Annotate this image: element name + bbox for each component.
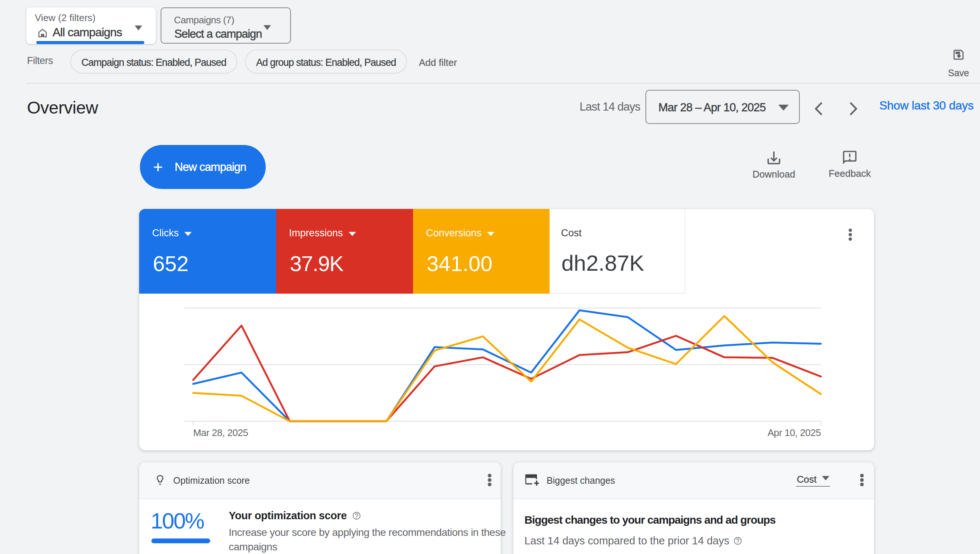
new-campaign-button[interactable]: New campaign: [140, 145, 266, 189]
biggest-changes-metric-value: Cost: [797, 474, 816, 485]
optimization-score-value: 100%: [151, 508, 204, 534]
date-range-value: Mar 28 – Apr 10, 2025: [658, 101, 766, 114]
feedback-button[interactable]: Feedback: [820, 150, 879, 179]
plus-icon: [151, 160, 165, 174]
filter-chip-ad-group-status[interactable]: Ad group status: Enabled, Paused: [245, 49, 407, 73]
view-selector-value: All campaigns: [53, 25, 122, 39]
chevron-down-icon: [184, 232, 192, 236]
metric-tile-clicks-label: Clicks: [152, 228, 179, 239]
download-button-label: Download: [744, 169, 803, 180]
metric-tile-cost[interactable]: Cost dh2.87K: [550, 209, 685, 294]
divider: [26, 83, 980, 84]
biggest-changes-metric-select[interactable]: Cost: [796, 474, 830, 487]
chart-card-menu-button[interactable]: [848, 229, 852, 242]
metric-tile-cost-label: Cost: [561, 228, 582, 239]
metric-tile-cost-value: dh2.87K: [562, 250, 644, 276]
chevron-down-icon: [135, 25, 142, 30]
metric-tile-clicks[interactable]: Clicks 652: [139, 209, 276, 294]
biggest-changes-subtitle: Last 14 days compared to the prior 14 da…: [524, 535, 729, 547]
x-axis-end-label: Apr 10, 2025: [673, 427, 821, 439]
biggest-changes-subtitle-row: Last 14 days compared to the prior 14 da…: [524, 535, 742, 547]
metric-tile-conversions-label: Conversions: [426, 228, 482, 239]
metric-tile-label-row: Clicks: [152, 228, 192, 239]
optimization-score-card: Optimization score 100% Your optimizatio…: [139, 462, 501, 554]
save-icon: [943, 48, 974, 61]
page-title: Overview: [27, 97, 98, 118]
chevron-down-icon: [778, 105, 788, 111]
biggest-changes-card: Biggest changes Cost Biggest changes to …: [513, 462, 874, 554]
metric-tile-conversions-value: 341.00: [427, 251, 492, 276]
optimization-card-header: Optimization score: [173, 475, 250, 486]
chevron-down-icon: [487, 232, 495, 236]
download-button[interactable]: Download: [744, 150, 803, 180]
biggest-changes-header-bar: Biggest changes Cost: [513, 462, 874, 499]
metric-tile-conversions[interactable]: Conversions 341.00: [413, 209, 550, 294]
filter-chip-campaign-status[interactable]: Campaign status: Enabled, Paused: [70, 49, 237, 73]
download-icon: [744, 150, 803, 166]
metric-tile-label-row: Conversions: [426, 228, 495, 239]
metric-tile-label-row: Impressions: [289, 228, 356, 239]
view-selector[interactable]: View (2 filters) All campaigns: [26, 7, 156, 44]
optimization-card-menu-button[interactable]: [488, 474, 492, 487]
view-selector-label: View (2 filters): [35, 12, 96, 24]
next-period-button[interactable]: [844, 99, 863, 119]
optimization-score-progress-bar: [152, 538, 210, 543]
optimization-score-title: Your optimization score: [229, 509, 347, 522]
selected-view-indicator: [36, 41, 144, 44]
lightbulb-icon: [154, 474, 166, 486]
feedback-icon: [820, 150, 879, 166]
help-icon[interactable]: [352, 511, 361, 521]
help-icon[interactable]: [733, 536, 742, 546]
campaign-selector-label: Campaigns (7): [174, 14, 234, 26]
metric-tile-impressions[interactable]: Impressions 37.9K: [276, 209, 413, 294]
home-icon: [37, 27, 48, 40]
optimization-card-header-bar: Optimization score: [139, 462, 501, 499]
add-filter-button[interactable]: Add filter: [419, 57, 457, 68]
previous-period-button[interactable]: [809, 99, 828, 119]
metric-tile-clicks-value: 652: [153, 251, 189, 276]
metric-tile-impressions-value: 37.9K: [290, 251, 343, 276]
metric-tile-label-row: Cost: [561, 228, 582, 239]
save-button-label: Save: [943, 68, 974, 78]
metric-tile-impressions-label: Impressions: [289, 228, 343, 239]
date-range-label: Last 14 days: [579, 100, 640, 113]
x-axis-start-label: Mar 28, 2025: [193, 427, 248, 439]
performance-chart-card: Clicks 652 Impressions 37.9K Conversions…: [139, 209, 874, 451]
show-last-30-days-link[interactable]: Show last 30 days: [879, 99, 974, 112]
chevron-down-icon: [822, 476, 829, 481]
campaign-selector[interactable]: Campaigns (7) Select a campaign: [161, 7, 291, 44]
window-add-icon: [525, 474, 539, 486]
feedback-button-label: Feedback: [820, 168, 879, 179]
optimization-score-title-row: Your optimization score: [229, 509, 361, 522]
biggest-changes-title: Biggest changes to your campaigns and ad…: [524, 514, 775, 526]
biggest-changes-card-header: Biggest changes: [547, 475, 615, 486]
biggest-changes-menu-button[interactable]: [860, 474, 864, 487]
chevron-down-icon: [349, 232, 356, 236]
filters-label: Filters: [27, 55, 53, 67]
date-range-selector[interactable]: Mar 28 – Apr 10, 2025: [645, 90, 800, 124]
campaign-selector-value: Select a campaign: [174, 27, 262, 41]
metric-tiles: Clicks 652 Impressions 37.9K Conversions…: [139, 209, 874, 294]
optimization-score-description: Increase your score by applying the reco…: [229, 525, 506, 554]
chevron-down-icon: [263, 25, 271, 30]
new-campaign-label: New campaign: [175, 161, 246, 174]
save-button[interactable]: Save: [943, 48, 974, 78]
